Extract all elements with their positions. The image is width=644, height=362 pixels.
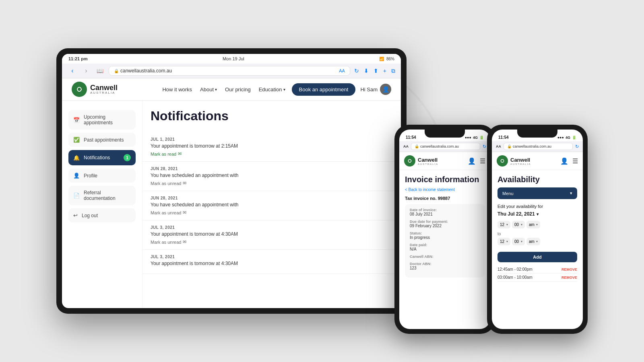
download-icon[interactable]: ⬇	[364, 68, 369, 74]
user-avatar-icon: 👤	[380, 84, 391, 95]
time-row-2: 12 ▾ 00 ▾ am ▾	[497, 238, 577, 245]
bookmark-icon[interactable]: 📖	[95, 66, 105, 76]
url-bar[interactable]: 🔒 canwellaustralia.com.au AA	[109, 66, 350, 76]
phone-right-battery: 🔋	[572, 136, 576, 140]
sidebar-label-profile: Profile	[84, 173, 97, 179]
invoice-row-canwell-abn: Canwell ABN:	[410, 255, 480, 259]
phone-left-user-icon[interactable]: 👤	[468, 157, 476, 165]
phone-right-url[interactable]: 🔒 canwellaustralia.com.au	[504, 143, 573, 150]
phone-right-url-text: canwellaustralia.com.au	[513, 144, 551, 148]
phone-left-browser-bar: AA 🔒 canwellaustralia.com.au ↻	[399, 141, 490, 152]
invoice-date-value: 08 July 2021	[410, 212, 480, 216]
tablet-right-section: Notifications JUL 1, 2021 Your appointme…	[142, 101, 401, 308]
sidebar-item-past[interactable]: ✅ Past appointments	[68, 133, 136, 147]
invoice-row-due: Due date for payment: 09 February 2022	[410, 220, 480, 228]
sidebar-item-profile[interactable]: 👤 Profile	[68, 169, 136, 183]
phone-right-sub: AUSTRALIA	[510, 163, 531, 165]
phone-left-menu-icon[interactable]: ☰	[480, 157, 485, 165]
phone-right-user-icon[interactable]: 👤	[560, 157, 568, 165]
invoice-status-label: Status:	[410, 231, 480, 235]
period-select-2[interactable]: am ▾	[526, 238, 540, 245]
availability-menu-dropdown[interactable]: Menu ▾	[497, 187, 577, 199]
notif-date-5: JUL 3, 2021	[151, 255, 393, 259]
min-select-2[interactable]: 00 ▾	[512, 238, 525, 245]
hour-select-1[interactable]: 12 ▾	[497, 221, 510, 228]
email-icon-2: ✉	[183, 181, 186, 186]
sidebar-label-referral: Referral documentation	[84, 190, 131, 201]
phone-right-notch	[517, 130, 557, 138]
availability-date[interactable]: Thu Jul 22, 2021	[497, 211, 577, 217]
url-text: canwellaustralia.com.au	[120, 68, 172, 74]
forward-button[interactable]: ›	[81, 66, 91, 76]
new-tab-icon[interactable]: +	[383, 68, 386, 74]
period-value-2: am	[529, 239, 535, 244]
notification-item-2: JUN 28, 2021 You have scheduled an appoi…	[142, 162, 401, 191]
sidebar-item-referral[interactable]: 📄 Referral documentation	[68, 186, 136, 205]
email-icon-3: ✉	[183, 210, 186, 215]
tablet-browser-bar: ‹ › 📖 🔒 canwellaustralia.com.au AA ↻ ⬇ ⬆…	[62, 64, 401, 78]
back-button[interactable]: ‹	[68, 66, 77, 76]
tablet-website-nav: Canwell AUSTRALIA How it works About Our…	[62, 78, 401, 101]
phone-left-logo[interactable]: Canwell AUSTRALIA	[404, 155, 468, 167]
phone-right-screen: 11:54 ●●● 4G 🔋 AA 🔒 canwellaustralia.com…	[492, 130, 583, 329]
reload-icon[interactable]: ↻	[354, 68, 359, 74]
tabs-icon[interactable]: ⧉	[391, 68, 395, 74]
sidebar-item-logout[interactable]: ↩ Log out	[68, 208, 136, 222]
sidebar-item-notifications[interactable]: 🔔 Notifications 1	[68, 150, 136, 165]
invoice-paid-value: N/A	[410, 247, 480, 251]
sidebar-item-upcoming[interactable]: 📅 Upcoming appointments	[68, 110, 136, 130]
min-arrow-1: ▾	[521, 223, 522, 226]
phone-right-reload-icon[interactable]: ↻	[575, 144, 579, 149]
menu-label: Menu	[502, 191, 514, 196]
book-appointment-button[interactable]: Book an appointment	[292, 83, 356, 96]
calendar-icon: 📅	[73, 117, 80, 123]
phone-right-menu-icon[interactable]: ☰	[572, 157, 578, 165]
nav-education[interactable]: Education	[259, 86, 285, 93]
phone-left-network: 4G	[473, 136, 478, 140]
min-arrow-2: ▾	[521, 240, 522, 243]
phone-left-url-text: canwellaustralia.com.au	[420, 144, 459, 148]
back-to-income-link[interactable]: < Back to income statement	[405, 187, 485, 192]
phone-left-sub: AUSTRALIA	[418, 163, 438, 165]
nav-pricing[interactable]: Our pricing	[225, 86, 251, 93]
phone-left-lock-icon: 🔒	[415, 144, 419, 148]
remove-slot-2[interactable]: REMOVE	[561, 276, 577, 280]
invoice-paid-label: Date paid:	[410, 243, 480, 247]
logo-sub: AUSTRALIA	[90, 91, 118, 95]
hour-value-1: 12	[500, 222, 504, 227]
nav-how-it-works[interactable]: How it works	[162, 86, 192, 93]
notifications-list: JUL 1, 2021 Your appointment is tomorrow…	[142, 128, 401, 308]
devices-container: 11:21 pm Mon 19 Jul 📶 86% ‹ › 📖 🔒 canwel…	[0, 0, 644, 362]
phone-left-url[interactable]: 🔒 canwellaustralia.com.au	[411, 143, 480, 150]
period-select-1[interactable]: am ▾	[526, 221, 540, 228]
phone-left-nav-icons: 👤 ☰	[468, 157, 485, 165]
mark-read-btn-1[interactable]: Mark as read ✉	[151, 151, 393, 156]
user-menu-button[interactable]: Hi Sam 👤	[360, 84, 391, 95]
phone-left-aa: AA	[403, 144, 409, 148]
time-slot-2: 03:00am - 10:00am REMOVE	[497, 274, 577, 282]
tablet-browser-actions: ↻ ⬇ ⬆ + ⧉	[354, 68, 395, 74]
phone-left-logo-text: Canwell AUSTRALIA	[418, 157, 438, 165]
mark-unread-btn-3[interactable]: Mark as unread ✉	[151, 210, 393, 215]
add-time-slot-button[interactable]: Add	[497, 252, 577, 262]
hour-select-2[interactable]: 12 ▾	[497, 238, 510, 245]
availability-page-title: Availability	[497, 175, 577, 184]
remove-slot-1[interactable]: REMOVE	[561, 267, 577, 272]
site-logo[interactable]: Canwell AUSTRALIA	[72, 82, 118, 97]
min-select-1[interactable]: 00 ▾	[512, 221, 525, 228]
phone-right-logo[interactable]: Canwell AUSTRALIA	[497, 155, 560, 167]
phone-left-notch	[425, 130, 465, 138]
phone-right-signal: ●●●	[557, 136, 564, 140]
notif-date-3: JUN 28, 2021	[151, 196, 393, 200]
hour-value-2: 12	[500, 239, 504, 244]
min-value-1: 00	[514, 222, 519, 227]
notif-date-4: JUL 3, 2021	[151, 225, 393, 230]
tablet-status-right: 📶 86%	[379, 57, 394, 61]
mark-unread-btn-2[interactable]: Mark as unread ✉	[151, 181, 393, 186]
phone-left-status-right: ●●● 4G 🔋	[465, 135, 484, 140]
phone-left-reload-icon[interactable]: ↻	[483, 144, 486, 149]
mark-unread-btn-4[interactable]: Mark as unread ✉	[151, 239, 393, 245]
phone-left-signal: ●●●	[465, 136, 471, 140]
nav-about[interactable]: About	[200, 86, 217, 93]
share-icon[interactable]: ⬆	[374, 68, 378, 74]
